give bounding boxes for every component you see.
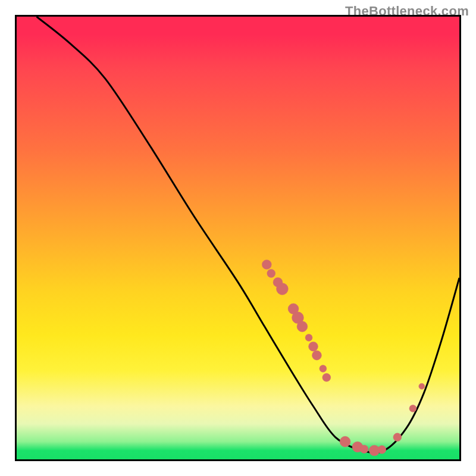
- data-marker: [297, 321, 308, 332]
- data-marker: [409, 405, 416, 412]
- data-marker: [262, 260, 271, 270]
- curve-line: [37, 17, 459, 453]
- plot-svg: [17, 17, 459, 459]
- data-marker: [340, 436, 350, 447]
- data-marker: [378, 446, 386, 454]
- data-marker: [419, 383, 425, 389]
- data-marker: [393, 433, 402, 441]
- data-marker: [360, 445, 368, 453]
- chart-canvas: TheBottleneck.com: [0, 0, 476, 476]
- data-marker: [320, 365, 327, 372]
- data-marker: [305, 334, 312, 341]
- scatter-markers: [262, 260, 424, 456]
- data-marker: [276, 283, 288, 295]
- data-marker: [322, 373, 331, 381]
- data-marker: [309, 342, 318, 351]
- plot-frame: [15, 15, 461, 461]
- data-marker: [312, 350, 321, 360]
- data-marker: [267, 270, 275, 278]
